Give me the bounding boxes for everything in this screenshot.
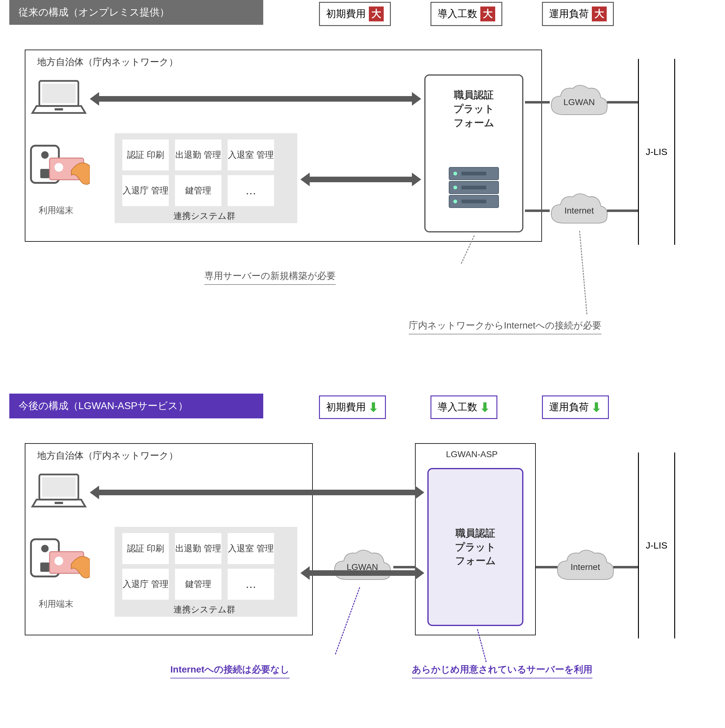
- badge-effort: 導入工数大: [430, 2, 502, 26]
- jlis-box-b: J-LIS: [638, 453, 675, 638]
- arrow-laptop-platform: [99, 96, 412, 102]
- bottom-title: 今後の構成（LGWAN-ASPサービス）: [9, 394, 263, 418]
- mod-more-b: …: [227, 569, 274, 600]
- down-arrow-icon: ⬇: [368, 400, 379, 414]
- mod-building-access-b: 入退庁 管理: [122, 569, 169, 600]
- mod-key: 鍵管理: [175, 175, 221, 206]
- mod-more: …: [227, 175, 274, 206]
- mod-auth-print: 認証 印刷: [122, 139, 169, 170]
- line-internet-jlis-b: [613, 566, 638, 568]
- note-internet: 庁内ネットワークからInternetへの接続が必要: [409, 319, 601, 334]
- top-title: 従来の構成（オンプレミス提供）: [9, 0, 263, 25]
- cloud-lgwan: LGWAN: [548, 84, 610, 121]
- badge-ops-b: 運用負荷⬇: [542, 395, 609, 419]
- systems-group-label: 連携システム群: [173, 210, 235, 222]
- dash-internet: [579, 231, 588, 314]
- card-reader-icon-b: [28, 533, 90, 584]
- note-no-internet: Internetへの接続は必要なし: [170, 663, 290, 678]
- platform-box-b: 職員認証 プラット フォーム: [427, 468, 524, 626]
- badge-effort-b: 導入工数⬇: [430, 395, 498, 419]
- badge-ops: 運用負荷大: [542, 2, 614, 26]
- cloud-internet-b: Internet: [554, 549, 616, 586]
- mod-auth-print-b: 認証 印刷: [122, 533, 169, 564]
- cloud-internet: Internet: [548, 192, 610, 229]
- badge-initial-cost: 初期費用大: [319, 2, 391, 26]
- terminal-label-b: 利用端末: [39, 598, 73, 610]
- line-pf-internet: [525, 210, 550, 212]
- mod-room-access: 入退室 管理: [227, 139, 274, 170]
- line-internet-jlis: [607, 210, 638, 212]
- down-arrow-icon: ⬇: [591, 400, 602, 414]
- mod-attendance: 出退勤 管理: [175, 139, 221, 170]
- line-lgwan-jlis: [607, 101, 638, 104]
- municipality-label: 地方自治体（庁内ネットワーク）: [37, 56, 178, 69]
- note-server: 専用サーバーの新規構築が必要: [205, 270, 336, 285]
- municipality-label-b: 地方自治体（庁内ネットワーク）: [37, 450, 178, 462]
- card-reader-icon: [28, 139, 90, 190]
- line-lgwan-asp: [393, 566, 415, 568]
- jlis-box: J-LIS: [638, 59, 675, 245]
- server-icon: [446, 164, 502, 215]
- note-preprovisioned: あらかじめ用意されているサーバーを利用: [412, 663, 592, 678]
- mod-room-access-b: 入退室 管理: [227, 533, 274, 564]
- terminal-label: 利用端末: [39, 205, 73, 216]
- systems-group-label-b: 連携システム群: [173, 604, 235, 615]
- asp-label: LGWAN-ASP: [446, 450, 498, 459]
- mod-building-access: 入退庁 管理: [122, 175, 169, 206]
- line-pf-lgwan: [525, 101, 550, 104]
- dash-lgwan: [335, 587, 360, 654]
- mod-key-b: 鍵管理: [175, 569, 221, 600]
- mod-attendance-b: 出退勤 管理: [175, 533, 221, 564]
- line-asp-internet: [536, 566, 557, 568]
- cloud-lgwan-b: LGWAN: [331, 549, 393, 586]
- arrow-systems-platform: [310, 177, 412, 182]
- badge-initial-cost-b: 初期費用⬇: [319, 395, 386, 419]
- laptop-icon-b: [31, 471, 87, 512]
- laptop-icon: [31, 78, 87, 119]
- down-arrow-icon: ⬇: [480, 400, 490, 414]
- arrow-laptop-platform-b: [99, 490, 415, 495]
- arrow-systems-platform-b: [310, 570, 415, 576]
